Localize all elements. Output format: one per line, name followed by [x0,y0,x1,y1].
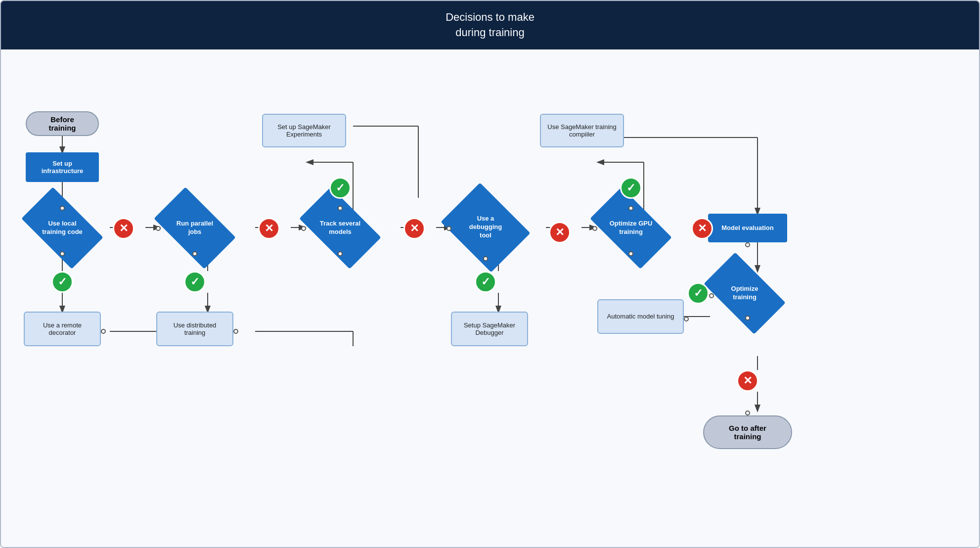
track-several-label: Track several models [320,220,360,236]
green-check-local: ✓ [51,271,73,293]
optimize-training-diamond: Optimize training [709,271,780,316]
sagemaker-experiments-node: Set up SageMaker Experiments [262,114,346,147]
sagemaker-compiler-node: Use SageMaker training compiiler [540,114,624,147]
sagemaker-compiler-label: Use SageMaker training compiiler [546,123,618,138]
optimize-gpu-training-diamond: Optimize GPU training [595,206,667,250]
use-remote-decorator-label: Use a remote decorator [30,321,95,336]
header-line2: during training [455,26,524,39]
run-parallel-jobs-diamond: Run parallel jobs [159,206,230,250]
conn-dot-6 [233,329,238,334]
conn-dot-14 [628,206,633,211]
use-local-training-diamond: Use local training code [27,206,98,250]
header-line1: Decisions to make [445,11,535,23]
go-to-after-label: Go to after training [715,424,780,441]
conn-dot-10 [446,226,451,231]
red-x-gpu: ✕ [691,218,713,239]
model-evaluation-node: Model evaluation [708,214,787,242]
use-local-label: Use local training code [42,220,83,236]
page-container: Decisions to make during training [0,0,980,548]
green-check-optimize: ✓ [687,282,709,304]
before-training-label: Before training [38,115,87,132]
green-check-parallel: ✓ [184,271,206,293]
optimize-gpu-label: Optimize GPU training [610,220,653,236]
conn-dot-9 [338,206,343,211]
set-up-infra-label: Set up infrastructure [32,160,93,175]
sagemaker-debugger-node: Setup SageMaker Debugger [451,312,528,346]
run-parallel-label: Run parallel jobs [177,220,213,236]
diagram-header: Decisions to make during training [1,1,979,49]
conn-dot-1 [60,206,65,211]
conn-dot-2 [60,251,65,256]
green-check-track: ✓ [329,177,351,199]
conn-dot-18 [745,316,750,320]
conn-dot-11 [483,256,488,261]
conn-dot-4 [156,226,161,231]
red-x-optimize: ✕ [737,370,758,392]
green-check-gpu: ✓ [620,177,642,199]
red-x-local: ✕ [113,218,134,239]
use-remote-decorator-node: Use a remote decorator [24,312,101,346]
use-distributed-label: Use distributed training [162,321,227,336]
diagram-area: Before training Set up infrastructure Us… [1,49,979,547]
track-several-models-diamond: Track several models [305,206,376,250]
red-x-track: ✕ [403,218,425,239]
automatic-tuning-label: Automatic model tuning [607,313,674,320]
set-up-infra-node: Set up infrastructure [26,152,99,182]
use-distributed-training-node: Use distributed training [156,312,233,346]
green-check-debugging: ✓ [475,271,496,293]
use-debugging-tool-diamond: Use a debugging tool [450,200,521,255]
connectors-svg [1,49,979,547]
conn-dot-13 [628,251,633,256]
conn-dot-3 [101,329,106,334]
automatic-model-tuning-node: Automatic model tuning [597,299,684,334]
go-to-after-training-node: Go to after training [703,415,792,449]
before-training-node: Before training [26,111,99,136]
conn-dot-7 [301,226,306,231]
conn-dot-15 [745,242,750,247]
optimize-training-label: Optimize training [731,285,758,302]
sagemaker-debugger-label: Setup SageMaker Debugger [457,321,522,336]
conn-dot-19 [745,411,750,415]
red-x-parallel: ✕ [258,218,280,239]
model-evaluation-label: Model evaluation [721,224,773,231]
conn-dot-17 [684,317,689,321]
conn-dot-5 [192,251,197,256]
conn-dot-12 [592,226,597,231]
sagemaker-experiments-label: Set up SageMaker Experiments [268,123,340,138]
conn-dot-8 [338,251,343,256]
use-debugging-label: Use a debugging tool [469,215,502,240]
red-x-debugging: ✕ [549,222,571,243]
conn-dot-16 [709,293,714,298]
